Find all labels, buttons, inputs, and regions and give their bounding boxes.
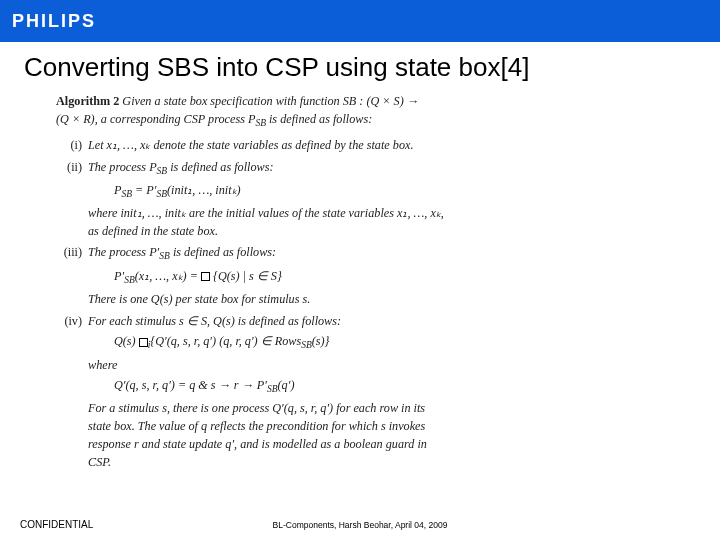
page-title: Converting SBS into CSP using state box[…	[0, 42, 720, 89]
algorithm-intro-line2a: (Q × R), a corresponding CSP process P	[56, 112, 255, 126]
algorithm-steps: (i) Let x₁, …, xₖ denote the state varia…	[56, 137, 664, 471]
eq-qs: Q(s) i{Q′(q, s, r, q′) (q, r, q′) ∈ Rows…	[114, 333, 664, 353]
footer: CONFIDENTIAL BL-Components, Harsh Beohar…	[0, 519, 720, 530]
confidential-label: CONFIDENTIAL	[20, 519, 93, 530]
philips-logo: PHILIPS	[12, 11, 96, 32]
eq-psb-prime: P′SB(x₁, …, xₖ) = {Q(s) | s ∈ S}	[114, 268, 664, 288]
algorithm-intro-line1: Given a state box specification with fun…	[122, 94, 419, 108]
step-ii: (ii) The process PSB is defined as follo…	[84, 159, 664, 241]
step-iv: (iv) For each stimulus s ∈ S, Q(s) is de…	[84, 313, 664, 472]
step-iii: (iii) The process P′SB is defined as fol…	[84, 244, 664, 308]
algorithm-body: Algorithm 2 Given a state box specificat…	[0, 89, 720, 471]
external-choice-icon	[139, 338, 148, 347]
eq-psb: PSB = P′SB(init₁, …, initₖ)	[114, 182, 664, 202]
eq-qprime: Q′(q, s, r, q′) = q & s → r → P′SB(q′)	[114, 377, 664, 397]
external-choice-icon	[201, 272, 210, 281]
algorithm-label: Algorithm 2	[56, 94, 119, 108]
brand-header: PHILIPS	[0, 0, 720, 42]
step-i: (i) Let x₁, …, xₖ denote the state varia…	[84, 137, 664, 155]
algorithm-header: Algorithm 2 Given a state box specificat…	[56, 93, 664, 131]
footer-meta: BL-Components, Harsh Beohar, April 04, 2…	[273, 520, 448, 530]
